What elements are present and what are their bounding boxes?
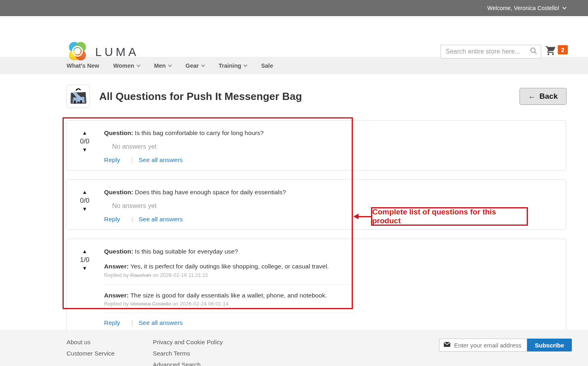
chevron-down-icon xyxy=(563,5,567,9)
top-bar: Welcome, Veronica Costello! xyxy=(0,0,588,16)
separator: | xyxy=(131,156,133,164)
see-all-answers-link[interactable]: See all answers xyxy=(139,216,183,223)
cart-count-badge: 2 xyxy=(558,45,568,54)
vote-column: ▲ 0/0 ▼ xyxy=(73,129,96,164)
footer-links-column-2: Privacy and Cookie Policy Search Terms A… xyxy=(153,339,223,366)
question-line: Question:Does this bag have enough space… xyxy=(104,188,558,196)
answer-text: The size is good for daily essentials li… xyxy=(130,292,327,299)
annotation-arrow-line xyxy=(359,216,371,217)
annotation-arrow-icon xyxy=(353,214,359,219)
nav-item-men[interactable]: Men xyxy=(154,62,171,69)
search-icon[interactable] xyxy=(530,47,538,56)
vote-count: 0/0 xyxy=(80,137,90,146)
question-text: Is this bag suitable for everyday use? xyxy=(135,248,238,255)
answer-item: Answer:The size is good for daily essent… xyxy=(104,291,354,307)
divider xyxy=(104,313,354,313)
vote-column: ▲ 0/0 ▼ xyxy=(73,188,96,223)
answers-list: Answer:Yes, it is perfect for daily outi… xyxy=(104,262,354,313)
question-label: Question: xyxy=(104,189,133,195)
newsletter-signup: Subscribe xyxy=(439,339,572,351)
welcome-text: Welcome, Veronica Costello! xyxy=(487,5,559,11)
reply-link[interactable]: Reply xyxy=(104,216,120,223)
see-all-answers-link[interactable]: See all answers xyxy=(139,319,183,326)
subscribe-button[interactable]: Subscribe xyxy=(527,339,572,351)
answer-label: Answer: xyxy=(104,292,129,299)
replied-by-label: Replied by xyxy=(104,272,129,278)
product-thumbnail xyxy=(67,85,90,108)
search-input[interactable] xyxy=(446,48,530,55)
page-title: All Questions for Push It Messenger Bag xyxy=(99,90,302,103)
footer-links-column-1: About us Customer Service xyxy=(67,339,115,356)
back-button[interactable]: ← Back xyxy=(519,88,567,105)
replied-by-label: Replied by xyxy=(104,301,129,307)
envelope-icon xyxy=(444,341,450,349)
upvote-icon[interactable]: ▲ xyxy=(82,248,88,255)
upvote-icon[interactable]: ▲ xyxy=(82,189,88,195)
page: Welcome, Veronica Costello! LUMA xyxy=(0,0,588,366)
chevron-down-icon xyxy=(201,63,205,67)
nav-item-sale[interactable]: Sale xyxy=(261,62,273,69)
search-box xyxy=(440,45,541,58)
cart-icon xyxy=(545,45,556,58)
luma-logo-icon xyxy=(67,40,88,64)
question-label: Question: xyxy=(104,129,133,136)
chevron-down-icon xyxy=(168,63,172,67)
separator: | xyxy=(131,216,133,223)
back-label: Back xyxy=(540,92,558,101)
question-line: Question:Is this bag suitable for everyd… xyxy=(104,247,558,256)
nav-label: Sale xyxy=(261,62,273,69)
answer-author: Raushan xyxy=(130,272,151,278)
downvote-icon[interactable]: ▼ xyxy=(82,265,88,272)
question-line: Question:Is this bag comfortable to carr… xyxy=(104,129,558,137)
brand-name: LUMA xyxy=(95,46,139,59)
questions-list: ▲ 0/0 ▼ Question:Is this bag comfortable… xyxy=(66,120,566,333)
nav-label: Men xyxy=(154,62,166,69)
upvote-icon[interactable]: ▲ xyxy=(82,130,88,136)
vote-column: ▲ 1/0 ▼ xyxy=(73,247,96,326)
downvote-icon[interactable]: ▼ xyxy=(82,206,88,212)
answer-text: Yes, it is perfect for daily outings lik… xyxy=(130,263,329,270)
store-logo[interactable]: LUMA xyxy=(67,40,139,64)
footer-link-customer-service[interactable]: Customer Service xyxy=(67,350,115,356)
newsletter-field xyxy=(439,339,527,351)
page-title-row: All Questions for Push It Messenger Bag … xyxy=(67,85,567,108)
footer-link-search-terms[interactable]: Search Terms xyxy=(153,350,223,356)
divider xyxy=(104,284,354,285)
nav-item-training[interactable]: Training xyxy=(219,62,247,69)
on-label: on xyxy=(153,272,158,278)
question-text: Is this bag comfortable to carry for lon… xyxy=(135,129,264,136)
vote-count: 0/0 xyxy=(80,197,90,205)
minicart-button[interactable]: 2 xyxy=(545,45,568,58)
reply-link[interactable]: Reply xyxy=(104,156,120,164)
messenger-bag-image xyxy=(67,85,89,107)
reply-link[interactable]: Reply xyxy=(104,319,120,326)
question-card-3: ▲ 1/0 ▼ Question:Is this bag suitable fo… xyxy=(66,239,566,333)
footer-link-privacy-policy[interactable]: Privacy and Cookie Policy xyxy=(153,339,223,345)
account-menu[interactable]: Welcome, Veronica Costello! xyxy=(487,5,566,11)
header: LUMA 2 xyxy=(0,16,588,57)
answer-item: Answer:Yes, it is perfect for daily outi… xyxy=(104,262,354,278)
answer-label: Answer: xyxy=(104,263,129,270)
footer-link-about-us[interactable]: About us xyxy=(67,339,115,345)
see-all-answers-link[interactable]: See all answers xyxy=(139,156,183,164)
replied-by-line: Replied by Veronica Costello on 2026-02-… xyxy=(104,301,354,307)
back-arrow-icon: ← xyxy=(528,92,536,101)
nav-item-gear[interactable]: Gear xyxy=(186,62,204,69)
separator: | xyxy=(131,319,133,326)
vote-count: 1/0 xyxy=(80,256,90,264)
nav-label: Training xyxy=(219,62,241,69)
newsletter-email-input[interactable] xyxy=(450,342,534,349)
footer: About us Customer Service Privacy and Co… xyxy=(0,330,588,366)
footer-link-advanced-search[interactable]: Advanced Search xyxy=(153,362,223,366)
on-label: on xyxy=(173,301,178,307)
chevron-down-icon xyxy=(244,63,248,67)
question-card-1: ▲ 0/0 ▼ Question:Is this bag comfortable… xyxy=(66,120,566,171)
annotation-callout: Complete list of questions for this prod… xyxy=(371,207,528,226)
nav-label: Gear xyxy=(186,62,199,69)
no-answers-text: No answers yet xyxy=(112,143,558,150)
answer-author: Veronica Costello xyxy=(130,301,171,307)
downvote-icon[interactable]: ▼ xyxy=(82,147,88,153)
question-actions: Reply | See all answers xyxy=(104,319,558,326)
answer-datetime: 2026-02-19 11:21:21 xyxy=(160,272,209,278)
question-label: Question: xyxy=(104,248,133,255)
